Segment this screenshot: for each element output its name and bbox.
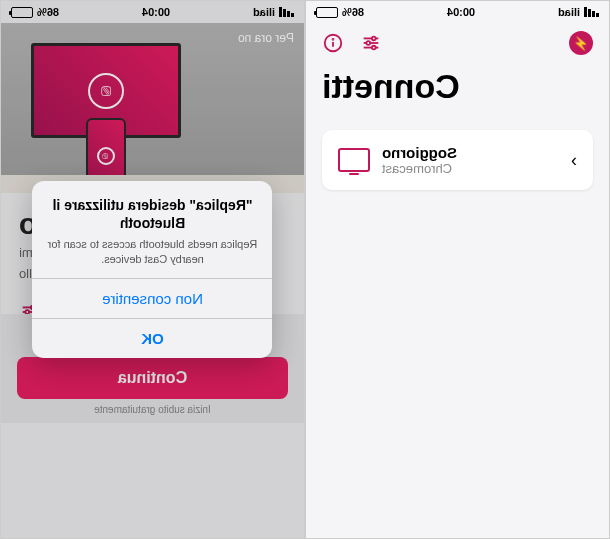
carrier-label: iliad [558,6,580,18]
signal-icon [584,7,599,17]
bolt-icon[interactable]: ⚡ [569,31,593,55]
chevron-right-icon: › [571,150,577,171]
device-type: Chromecast [382,161,457,176]
ok-button[interactable]: OK [33,318,273,358]
info-icon[interactable] [322,32,344,54]
deny-button[interactable]: Non consentire [33,278,273,318]
permission-dialog: "Replica" desidera utilizzare il Bluetoo… [33,181,273,358]
svg-point-3 [372,37,376,41]
right-screenshot: iliad 00:04 86% Per ora no ⎚ ⎚ Pro La mi… [0,0,305,539]
device-name: Soggiorno [382,144,457,161]
svg-point-4 [366,41,370,45]
filter-icon[interactable] [360,32,382,54]
clock: 00:04 [447,6,475,18]
battery-icon [316,7,338,18]
tv-icon [338,148,370,172]
dialog-title: "Replica" desidera utilizzare il Bluetoo… [47,197,259,232]
device-card[interactable]: › Soggiorno Chromecast [322,130,593,190]
svg-point-5 [372,46,376,50]
dialog-message: Replica needs bluetooth access to scan f… [47,237,259,266]
permission-dialog-overlay: "Replica" desidera utilizzare il Bluetoo… [1,1,304,538]
status-bar: iliad 00:04 86% [306,1,609,23]
svg-point-8 [333,39,334,40]
battery-pct: 86% [342,6,364,18]
topbar: ⚡ [306,23,609,63]
left-screenshot: iliad 00:04 86% ⚡ Connetti › Soggiorno C… [305,0,610,539]
page-title: Connetti [306,63,609,118]
